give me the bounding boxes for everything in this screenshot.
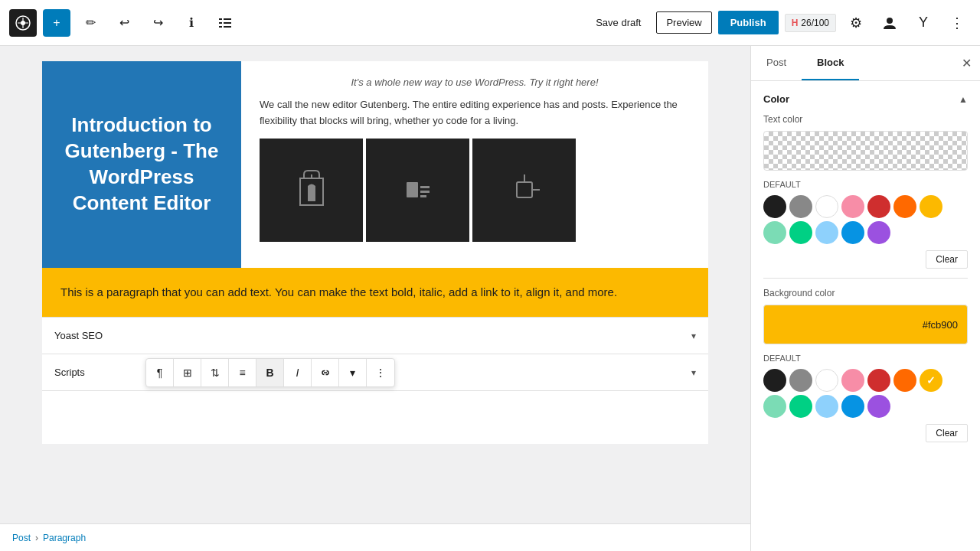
heading-count-value: 26/100 [801, 18, 829, 28]
bg-color-vivid-green[interactable] [789, 395, 812, 418]
bg-color-swatch[interactable]: #fcb900 [763, 305, 968, 344]
bg-color-vivid-purple[interactable] [867, 395, 890, 418]
settings-button[interactable]: ⚙ [842, 9, 870, 37]
post-tab[interactable]: Post [751, 46, 802, 80]
svg-rect-3 [224, 18, 231, 20]
text-color-label: Text color [763, 114, 968, 125]
text-color-vivid-green[interactable] [789, 221, 812, 244]
block-grid-btn[interactable]: ⊞ [174, 359, 201, 386]
text-color-luminous-yellow[interactable] [920, 195, 942, 218]
breadcrumb-separator: › [35, 533, 38, 543]
bg-color-pale-pink[interactable] [841, 369, 864, 392]
bg-color-palette [763, 369, 968, 418]
hero-title: Introduction to Gutenberg - The WordPres… [57, 112, 226, 216]
bg-color-value: #fcb900 [923, 319, 958, 331]
breadcrumb-bar: Post › Paragraph [0, 523, 750, 551]
hero-block: Introduction to Gutenberg - The WordPres… [42, 61, 708, 268]
sidebar: Post Block ✕ Color ▲ Text color DEFAULT … [750, 46, 980, 551]
bg-color-clear-button[interactable]: Clear [926, 424, 968, 442]
svg-rect-4 [219, 22, 222, 24]
yoast-chevron-icon: ▾ [691, 331, 696, 341]
save-draft-button[interactable]: Save draft [586, 12, 650, 33]
svg-point-8 [887, 18, 893, 24]
more-options-block-btn[interactable]: ⋮ [367, 359, 394, 386]
color-section-header: Color ▲ [763, 93, 968, 105]
move-btn[interactable]: ⇅ [201, 359, 229, 386]
bg-color-white[interactable] [815, 369, 838, 392]
plugin-img-3 [472, 139, 576, 242]
sidebar-tabs: Post Block ✕ [751, 46, 980, 81]
undo-button[interactable]: ↩ [110, 9, 138, 37]
text-color-black[interactable] [763, 195, 786, 218]
paragraph-type-btn[interactable]: ¶ [146, 359, 174, 386]
italic-btn[interactable]: I [284, 359, 312, 386]
list-view-button[interactable] [211, 9, 239, 37]
main-layout: Introduction to Gutenberg - The WordPres… [0, 46, 980, 551]
color-section-toggle[interactable]: ▲ [959, 94, 968, 105]
content-area: Introduction to Gutenberg - The WordPres… [42, 61, 708, 317]
svg-rect-5 [224, 22, 231, 24]
link-btn[interactable] [312, 359, 339, 386]
plugin-img-1 [260, 139, 363, 242]
preview-button[interactable]: Preview [656, 11, 711, 34]
heading-count: H 26/100 [785, 14, 836, 32]
bg-color-vivid-red[interactable] [867, 369, 890, 392]
svg-rect-6 [219, 26, 222, 28]
svg-rect-7 [224, 26, 231, 28]
bg-color-luminous-yellow[interactable] [920, 369, 942, 392]
bg-color-pale-cyan[interactable] [815, 395, 838, 418]
svg-rect-11 [420, 191, 430, 193]
hero-description: We call the new editor Gutenberg. The en… [260, 97, 690, 129]
more-options-button[interactable]: ⋮ [943, 9, 971, 37]
text-color-gray[interactable] [789, 195, 812, 218]
publish-button[interactable]: Publish [718, 11, 779, 34]
plugin-img-2 [366, 139, 469, 242]
yoast-seo-panel[interactable]: Yoast SEO ▾ [42, 318, 708, 354]
svg-rect-10 [420, 186, 430, 188]
more-text-btn[interactable]: ▾ [339, 359, 367, 386]
bold-btn[interactable]: B [256, 359, 284, 386]
redo-button[interactable]: ↪ [144, 9, 172, 37]
sidebar-close-button[interactable]: ✕ [952, 50, 980, 77]
editor-inner: Introduction to Gutenberg - The WordPres… [42, 61, 708, 444]
svg-point-1 [21, 21, 25, 25]
add-block-button[interactable]: + [43, 9, 70, 37]
svg-rect-12 [420, 195, 426, 197]
hero-right[interactable]: It's a whole new way to use WordPress. T… [241, 61, 708, 268]
heading-h-label: H [792, 18, 799, 28]
info-button[interactable]: ℹ [178, 9, 205, 37]
block-tab[interactable]: Block [802, 46, 859, 80]
text-color-pale-pink[interactable] [841, 195, 864, 218]
svg-rect-13 [517, 182, 532, 197]
plugin-images [260, 139, 690, 242]
text-color-vivid-red[interactable] [867, 195, 890, 218]
bg-color-black[interactable] [763, 369, 786, 392]
top-bar-right: Save draft Preview Publish H 26/100 ⚙ Y … [586, 9, 971, 37]
bg-color-luminous-orange[interactable] [893, 369, 916, 392]
align-btn[interactable]: ≡ [229, 359, 256, 386]
hero-left[interactable]: Introduction to Gutenberg - The WordPres… [42, 61, 241, 268]
svg-rect-2 [219, 18, 222, 20]
color-section-title: Color [763, 93, 789, 105]
text-color-vivid-cyan[interactable] [841, 221, 864, 244]
bg-color-vivid-cyan[interactable] [841, 395, 864, 418]
user-button[interactable] [876, 9, 903, 37]
breadcrumb-paragraph[interactable]: Paragraph [43, 533, 86, 543]
text-color-pale-cyan[interactable] [815, 221, 838, 244]
yoast-button[interactable]: Y [910, 9, 937, 37]
tools-button[interactable]: ✏ [77, 9, 104, 37]
hero-subtitle: It's a whole new way to use WordPress. T… [260, 77, 690, 88]
text-color-white[interactable] [815, 195, 838, 218]
sidebar-content: Color ▲ Text color DEFAULT Clear Backgro… [751, 81, 980, 551]
paragraph-block[interactable]: This is a paragraph that you can add tex… [42, 268, 708, 317]
editor-area[interactable]: Introduction to Gutenberg - The WordPres… [0, 46, 750, 551]
text-color-light-green[interactable] [763, 221, 786, 244]
text-color-vivid-purple[interactable] [867, 221, 890, 244]
text-color-clear-button[interactable]: Clear [926, 250, 968, 269]
breadcrumb-post[interactable]: Post [12, 533, 31, 543]
text-color-luminous-orange[interactable] [893, 195, 916, 218]
text-color-swatch[interactable] [763, 131, 968, 171]
bg-color-light-green[interactable] [763, 395, 786, 418]
bg-color-gray[interactable] [789, 369, 812, 392]
top-bar: + ✏ ↩ ↪ ℹ Save draft Preview Publish H 2… [0, 0, 980, 46]
